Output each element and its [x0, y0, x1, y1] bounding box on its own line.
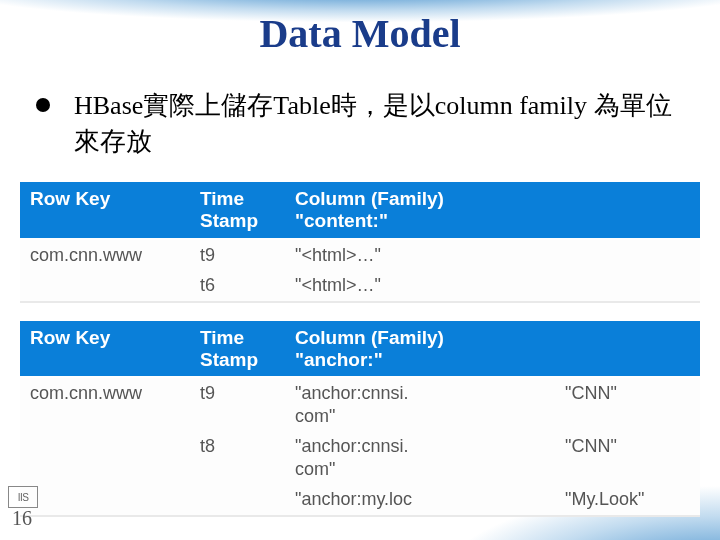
cell-cf1: "anchor:cnnsi. com"	[285, 377, 555, 431]
cell-time-stamp: t8	[190, 431, 285, 484]
table-row: t6 "<html>…"	[20, 270, 700, 302]
table-row: "anchor:my.loc "My.Look"	[20, 484, 700, 516]
table-row: t8 "anchor:cnnsi. com" "CNN"	[20, 431, 700, 484]
cell-cf1: "anchor:my.loc	[285, 484, 555, 516]
cell-row-key	[20, 431, 190, 484]
cell-cf: "<html>…"	[285, 239, 700, 271]
cell-cf2: "CNN"	[555, 431, 700, 484]
bullet-row: HBase實際上儲存Table時，是以column family 為單位來存放	[36, 88, 684, 161]
th-time-stamp: Time Stamp	[190, 182, 285, 239]
cell-row-key	[20, 270, 190, 302]
th-column-family: Column (Family) "content:"	[285, 182, 700, 239]
cell-cf: "<html>…"	[285, 270, 700, 302]
cell-cf2: "My.Look"	[555, 484, 700, 516]
slide-title: Data Model	[0, 10, 720, 57]
cell-cf1: "anchor:cnnsi. com"	[285, 431, 555, 484]
th-column-family: Column (Family) "anchor:"	[285, 321, 700, 378]
cell-cf2: "CNN"	[555, 377, 700, 431]
cell-time-stamp: t6	[190, 270, 285, 302]
table-row: com.cnn.www t9 "<html>…"	[20, 239, 700, 271]
cell-time-stamp	[190, 484, 285, 516]
th-row-key: Row Key	[20, 321, 190, 378]
bullet-text: HBase實際上儲存Table時，是以column family 為單位來存放	[74, 88, 684, 161]
cell-time-stamp: t9	[190, 239, 285, 271]
logo-icon: IIS	[8, 486, 38, 508]
table-row: com.cnn.www t9 "anchor:cnnsi. com" "CNN"	[20, 377, 700, 431]
table-content-family: Row Key Time Stamp Column (Family) "cont…	[20, 182, 700, 303]
slide: Data Model HBase實際上儲存Table時，是以column fam…	[0, 0, 720, 540]
bullet-dot-icon	[36, 98, 50, 112]
th-time-stamp: Time Stamp	[190, 321, 285, 378]
tables-container: Row Key Time Stamp Column (Family) "cont…	[20, 182, 700, 517]
slide-number: 16	[12, 507, 32, 530]
table-anchor-family: Row Key Time Stamp Column (Family) "anch…	[20, 321, 700, 517]
cell-row-key: com.cnn.www	[20, 239, 190, 271]
table-header-row: Row Key Time Stamp Column (Family) "cont…	[20, 182, 700, 239]
th-row-key: Row Key	[20, 182, 190, 239]
cell-row-key: com.cnn.www	[20, 377, 190, 431]
cell-time-stamp: t9	[190, 377, 285, 431]
table-header-row: Row Key Time Stamp Column (Family) "anch…	[20, 321, 700, 378]
cell-row-key	[20, 484, 190, 516]
